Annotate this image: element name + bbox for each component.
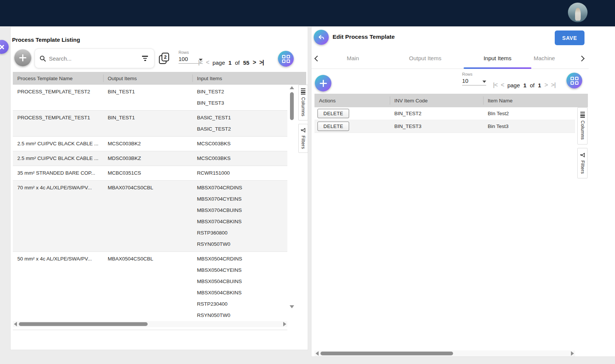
- back-button[interactable]: [314, 30, 329, 45]
- card-view-toggle-button[interactable]: [278, 51, 294, 67]
- add-process-template-button[interactable]: [14, 49, 31, 66]
- columns-side-tab[interactable]: Columns: [577, 107, 588, 145]
- pagination: |< < page 1 of 1 > >|: [493, 82, 555, 88]
- back-arrow-icon: [317, 34, 325, 41]
- column-header-actions[interactable]: Actions: [314, 94, 390, 107]
- rows-label: Rows: [179, 50, 205, 55]
- table-side-tools: Columns Filters: [577, 107, 588, 178]
- next-page-button[interactable]: >: [253, 59, 256, 66]
- table-row[interactable]: PROCESS_TEMPLATE_TEST2 BIN_TEST1 BIN_TES…: [13, 85, 287, 111]
- of-word: of: [235, 59, 240, 66]
- table-row[interactable]: 50 mm² x 4c AL/XLPE/SWA/PV... MBAX0504CS…: [13, 252, 287, 319]
- column-header-item-name[interactable]: Item Name: [483, 94, 575, 107]
- filter-list-icon[interactable]: [140, 54, 150, 62]
- page-word: page: [212, 59, 225, 66]
- previous-page-button[interactable]: <: [206, 59, 209, 66]
- last-page-button[interactable]: >|: [551, 82, 555, 88]
- first-page-button[interactable]: |<: [198, 59, 203, 66]
- current-page-number: 1: [229, 59, 232, 66]
- next-page-button[interactable]: >: [545, 82, 548, 88]
- column-header-input-items[interactable]: Input Items: [192, 72, 287, 85]
- plus-icon: [19, 54, 26, 61]
- input-items-table-body: DELETE BIN_TEST2 BIn Test2 DELETE BIN_TE…: [314, 107, 575, 133]
- last-page-button[interactable]: >|: [259, 59, 264, 66]
- add-input-item-button[interactable]: [315, 75, 331, 91]
- user-avatar[interactable]: [568, 3, 588, 22]
- columns-icon: [580, 112, 585, 118]
- scroll-left-arrow-icon[interactable]: [14, 322, 17, 326]
- grid-view-icon: [282, 55, 290, 63]
- column-header-inv-item-code[interactable]: INV Item Code: [390, 94, 483, 107]
- horizontal-scrollbar-thumb[interactable]: [19, 322, 148, 326]
- tab-machine[interactable]: Machine: [534, 48, 579, 69]
- table-row[interactable]: 70 mm² x 4c AL/XLPE/SWA/PV... MBAX0704CS…: [13, 181, 287, 252]
- chevron-down-icon: [482, 81, 486, 83]
- scroll-up-arrow-icon[interactable]: [290, 86, 294, 89]
- horizontal-scrollbar[interactable]: [13, 321, 287, 327]
- delete-button[interactable]: DELETE: [317, 122, 349, 131]
- scroll-left-arrow-icon[interactable]: [316, 351, 319, 356]
- horizontal-scrollbar[interactable]: [314, 350, 575, 356]
- page-word: page: [507, 82, 520, 88]
- rows-label: Rows: [462, 72, 488, 76]
- scroll-down-arrow-icon[interactable]: [290, 305, 294, 308]
- scroll-right-arrow-icon[interactable]: [571, 351, 574, 356]
- horizontal-scrollbar-thumb[interactable]: [320, 352, 453, 355]
- columns-side-tab[interactable]: Columns: [298, 85, 308, 120]
- table-bottom-border: [13, 330, 287, 330]
- edit-process-template-panel: Edit Process Template SAVE Main Output I…: [311, 26, 615, 357]
- filter-funnel-icon: [580, 152, 585, 158]
- panel-title: Edit Process Template: [333, 34, 395, 40]
- page-sheet-front-icon: 2: [162, 53, 169, 61]
- tab-input-items[interactable]: Input Items: [461, 48, 534, 69]
- of-word: of: [530, 82, 535, 88]
- panel-close-button[interactable]: [0, 40, 9, 54]
- previous-page-button[interactable]: <: [501, 82, 504, 88]
- table-side-tools: Columns Filters: [298, 85, 308, 153]
- tabs: Main Output Items Input Items Machine: [317, 48, 579, 69]
- table-row[interactable]: PROCESS_TEMPLATE_TEST1 BIN_TEST1 BASIC_T…: [13, 111, 287, 137]
- first-page-button[interactable]: |<: [493, 82, 497, 88]
- close-icon: [0, 44, 5, 50]
- process-template-listing-panel: Process Template Listing 2 Rows 100 |< <…: [10, 26, 308, 350]
- filters-side-tab[interactable]: Filters: [577, 148, 588, 178]
- multi-page-view-icon[interactable]: 2: [159, 53, 169, 64]
- total-pages-number: 1: [538, 82, 541, 88]
- pagination: |< < page 1 of 55 > >|: [198, 59, 264, 66]
- column-header-process-template-name[interactable]: Process Template Name: [13, 72, 103, 85]
- tabs-scroll-right-icon[interactable]: [579, 56, 585, 62]
- tab-main[interactable]: Main: [317, 48, 389, 69]
- page-title: Process Template Listing: [12, 37, 80, 43]
- column-header-output-items[interactable]: Output Items: [103, 72, 192, 85]
- table-row[interactable]: DELETE BIN_TEST3 Bin Test3: [314, 120, 575, 133]
- search-box: [35, 49, 154, 68]
- columns-icon: [301, 88, 305, 94]
- table-row[interactable]: 2.5 mm² CU/PVC BLACK CABLE ... MDSC003BK…: [13, 151, 287, 166]
- table-row[interactable]: 2.5 mm² CU/PVC BLACK CABLE ... MCSC003BK…: [13, 137, 287, 151]
- save-button[interactable]: SAVE: [555, 30, 584, 45]
- input-items-table-header: Actions INV Item Code Item Name: [314, 94, 588, 107]
- card-view-toggle-button[interactable]: [566, 73, 582, 88]
- delete-button[interactable]: DELETE: [317, 109, 349, 118]
- listing-table-header: Process Template Name Output Items Input…: [13, 72, 306, 85]
- plus-icon: [320, 80, 327, 87]
- table-row[interactable]: DELETE BIN_TEST2 BIn Test2: [314, 107, 575, 120]
- top-navigation-bar: [0, 0, 615, 26]
- rows-per-page-select[interactable]: 10: [462, 78, 486, 85]
- edit-tabbar: Main Output Items Input Items Machine: [311, 48, 589, 69]
- vertical-scrollbar[interactable]: [290, 86, 294, 308]
- total-pages-number: 55: [243, 59, 249, 66]
- current-page-number: 1: [523, 82, 526, 88]
- scroll-right-arrow-icon[interactable]: [283, 322, 286, 326]
- grid-view-icon: [571, 77, 578, 85]
- filters-side-tab[interactable]: Filters: [298, 124, 308, 153]
- search-input[interactable]: [49, 55, 140, 62]
- table-row[interactable]: 35 mm² STRANDED BARE COP... MCBC0351CS R…: [13, 166, 287, 181]
- listing-table-body: PROCESS_TEMPLATE_TEST2 BIN_TEST1 BIN_TES…: [13, 85, 287, 319]
- search-icon: [40, 55, 46, 62]
- vertical-scrollbar-thumb[interactable]: [290, 92, 294, 120]
- rows-per-page-control: Rows 10: [462, 72, 488, 85]
- filter-funnel-icon: [301, 128, 306, 133]
- tab-output-items[interactable]: Output Items: [389, 48, 461, 69]
